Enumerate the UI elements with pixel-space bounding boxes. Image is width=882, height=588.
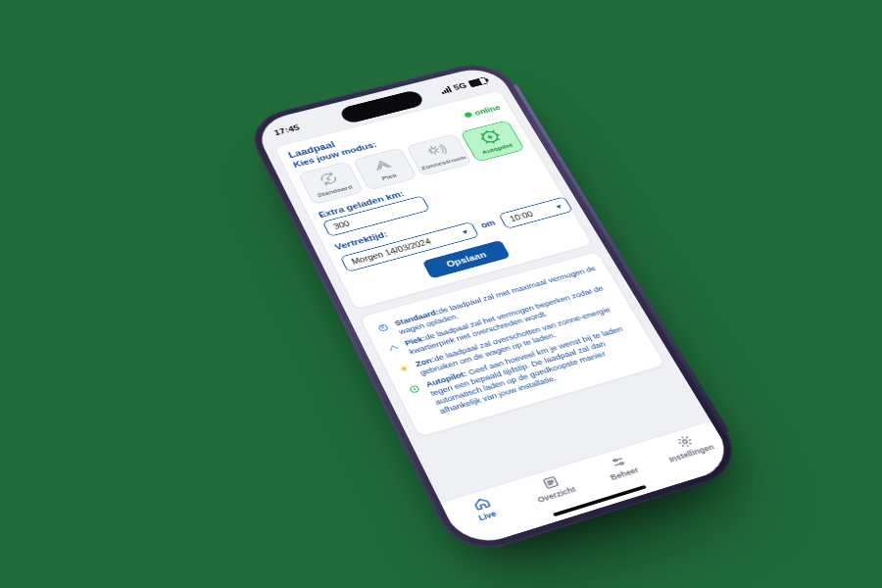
tab-live[interactable]: Live: [443, 487, 524, 531]
battery-icon: [467, 76, 488, 87]
sliders-icon: [606, 454, 630, 471]
phone-screen: 17:45 5G Laadpaal Kies jouw modus:: [252, 64, 738, 551]
tab-overzicht[interactable]: Overzicht: [513, 466, 593, 510]
status-pill: online: [463, 104, 502, 120]
mode-piek[interactable]: Piek: [353, 147, 418, 190]
cellular-icon: [440, 86, 453, 94]
svg-point-8: [613, 460, 617, 463]
mode-label: Piek: [380, 172, 398, 182]
chevron-down-icon: ▾: [555, 202, 564, 210]
status-dot-icon: [464, 112, 473, 119]
mode-standaard[interactable]: € Standaard: [298, 161, 364, 205]
peak-icon: [384, 341, 406, 363]
sun-icon: [395, 362, 417, 383]
svg-text:€: €: [324, 175, 332, 183]
list-icon: [538, 473, 563, 491]
tab-label: Live: [477, 510, 498, 522]
mode-zonnestroom[interactable]: Zonnestroom: [406, 133, 472, 176]
mode-autopilot[interactable]: Autopilot: [461, 120, 525, 162]
bolt-circle-icon: [405, 382, 436, 422]
chevron-down-icon: ▾: [461, 227, 469, 236]
glossary-row-piek: Piek:de laadpaal zal het vermogen beperk…: [384, 282, 614, 362]
euro-refresh-icon: €: [374, 321, 396, 342]
home-icon: [469, 495, 494, 514]
network-label: 5G: [452, 81, 468, 91]
glossary-row-autopilot: Autopilot: Geef aan hoeveel km je wenst …: [405, 321, 649, 421]
tab-label: Instellingen: [667, 443, 716, 465]
svg-point-1: [429, 148, 436, 153]
time-value: 10:00: [509, 210, 535, 222]
tab-beheer[interactable]: Beheer: [581, 446, 661, 488]
svg-text:€: €: [381, 325, 386, 330]
glossary-row-zon: Zon:de laadpaal zal overschotten van zon…: [395, 302, 627, 382]
svg-point-3: [378, 324, 389, 332]
svg-point-9: [619, 463, 623, 466]
tab-instellingen[interactable]: Instellingen: [648, 425, 726, 466]
tab-label: Beheer: [609, 466, 640, 482]
separator-label: om: [479, 219, 497, 229]
phone-mockup: 17:45 5G Laadpaal Kies jouw modus:: [242, 57, 749, 559]
status-time: 17:45: [272, 123, 301, 137]
gear-icon: [672, 433, 696, 451]
tab-label: Overzicht: [536, 485, 578, 505]
svg-point-6: [410, 385, 420, 393]
status-label: online: [472, 104, 501, 117]
svg-rect-7: [543, 477, 558, 489]
